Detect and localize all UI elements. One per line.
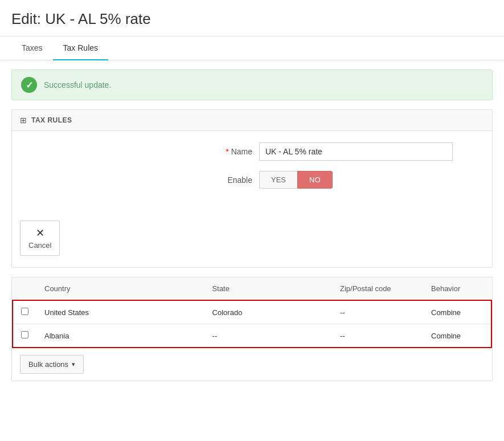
bulk-actions-label: Bulk actions — [28, 360, 68, 369]
section-header-title: TAX RULES — [31, 116, 72, 124]
section-header-icon: ⊞ — [20, 116, 27, 125]
tab-taxes[interactable]: Taxes — [11, 36, 53, 60]
row2-state: -- — [204, 324, 332, 348]
tabs-bar: Taxes Tax Rules — [0, 36, 504, 60]
section-header: ⊞ TAX RULES — [12, 110, 492, 131]
tax-rules-card: ⊞ TAX RULES *Name Enable YES NO ✕ Cancel — [11, 109, 493, 268]
cancel-label: Cancel — [28, 241, 51, 250]
form-body: *Name Enable YES NO — [12, 131, 492, 213]
row1-state: Colorado — [204, 300, 332, 324]
bulk-actions-caret: ▾ — [72, 361, 75, 368]
tax-rules-table: Country State Zip/Postal code Behavior U… — [12, 277, 492, 348]
table-card: Country State Zip/Postal code Behavior U… — [11, 277, 493, 381]
enable-row: Enable YES NO — [20, 171, 484, 189]
page-title: Edit: UK - AL 5% rate — [0, 0, 504, 36]
name-row: *Name — [20, 142, 484, 161]
required-star: * — [226, 147, 228, 156]
col-country: Country — [36, 277, 204, 300]
tab-tax-rules[interactable]: Tax Rules — [53, 36, 108, 60]
row2-checkbox-cell — [13, 324, 36, 348]
row2-behavior: Combine — [423, 324, 491, 348]
row1-checkbox-cell — [13, 300, 36, 324]
col-zip: Zip/Postal code — [332, 277, 423, 300]
row2-zip: -- — [332, 324, 423, 348]
bulk-actions-area: Bulk actions ▾ — [12, 348, 492, 381]
bulk-actions-button[interactable]: Bulk actions ▾ — [20, 355, 84, 374]
row2-checkbox[interactable] — [21, 331, 28, 338]
success-icon — [21, 77, 37, 93]
table-header: Country State Zip/Postal code Behavior — [13, 277, 491, 300]
table-row: United States Colorado -- Combine — [13, 300, 491, 324]
enable-toggle-group: YES NO — [259, 171, 333, 189]
col-behavior: Behavior — [423, 277, 491, 300]
row1-zip: -- — [332, 300, 423, 324]
x-icon: ✕ — [36, 227, 44, 239]
enable-no-button[interactable]: NO — [297, 171, 333, 189]
col-state: State — [204, 277, 332, 300]
success-text: Successful update. — [44, 80, 111, 89]
table-body: United States Colorado -- Combine Albani… — [13, 300, 491, 348]
row1-country: United States — [36, 300, 204, 324]
cancel-area: ✕ Cancel — [12, 213, 492, 267]
cancel-button[interactable]: ✕ Cancel — [20, 220, 60, 256]
enable-label: Enable — [20, 175, 259, 185]
success-banner: Successful update. — [11, 70, 493, 100]
col-checkbox — [13, 277, 36, 300]
name-label: *Name — [20, 147, 259, 156]
row1-behavior: Combine — [423, 300, 491, 324]
name-input[interactable] — [259, 142, 453, 161]
row1-checkbox[interactable] — [21, 308, 28, 315]
enable-yes-button[interactable]: YES — [259, 171, 297, 189]
table-row: Albania -- -- Combine — [13, 324, 491, 348]
row2-country: Albania — [36, 324, 204, 348]
